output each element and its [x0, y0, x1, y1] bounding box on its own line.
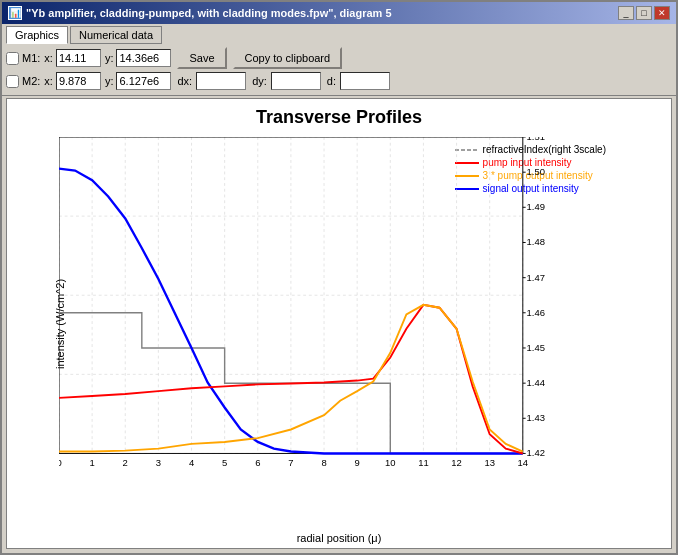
m1-y-input[interactable] [116, 49, 171, 67]
m2-y-input[interactable] [116, 72, 171, 90]
m1-x-label: x: [44, 52, 53, 64]
svg-text:1.50: 1.50 [527, 166, 545, 177]
dy-input[interactable] [271, 72, 321, 90]
svg-text:2: 2 [123, 457, 128, 468]
tab-numerical-data[interactable]: Numerical data [70, 26, 162, 44]
title-bar-content: 📊 "Yb amplifier, cladding-pumped, with c… [8, 6, 392, 20]
svg-text:5: 5 [222, 457, 227, 468]
m2-x-label: x: [44, 75, 53, 87]
m2-checkbox-label[interactable]: M2: [6, 75, 40, 88]
svg-text:10: 10 [385, 457, 396, 468]
copy-clipboard-button[interactable]: Copy to clipboard [233, 47, 343, 69]
chart-title: Transverse Profiles [7, 99, 671, 132]
toolbar: Graphics Numerical data M1: x: y: [2, 24, 676, 96]
m1-row: M1: x: y: [6, 49, 171, 67]
dx-group: dx: [177, 72, 246, 90]
main-window: 📊 "Yb amplifier, cladding-pumped, with c… [0, 0, 678, 555]
dx-label: dx: [177, 75, 192, 87]
svg-text:1.48: 1.48 [527, 236, 545, 247]
maximize-button[interactable]: □ [636, 6, 652, 20]
m2-x-input[interactable] [56, 72, 101, 90]
svg-text:1.47: 1.47 [527, 271, 545, 282]
title-bar: 📊 "Yb amplifier, cladding-pumped, with c… [2, 2, 676, 24]
controls-row: M1: x: y: Save Copy to clipboard [6, 47, 672, 69]
m2-checkbox[interactable] [6, 75, 19, 88]
svg-text:7: 7 [288, 457, 293, 468]
close-button[interactable]: ✕ [654, 6, 670, 20]
window-icon: 📊 [8, 6, 22, 20]
m1-y-label: y: [105, 52, 114, 64]
svg-text:1.44: 1.44 [527, 377, 546, 388]
minimize-button[interactable]: _ [618, 6, 634, 20]
dy-label: dy: [252, 75, 267, 87]
svg-text:1.49: 1.49 [527, 201, 545, 212]
svg-text:1.51: 1.51 [527, 137, 545, 142]
m2-y-label: y: [105, 75, 114, 87]
d-group: d: [327, 72, 390, 90]
m1-checkbox[interactable] [6, 52, 19, 65]
tab-row: Graphics Numerical data [6, 26, 672, 44]
svg-text:1.46: 1.46 [527, 307, 545, 318]
svg-text:12: 12 [451, 457, 462, 468]
m2-y-group: y: [105, 72, 172, 90]
m1-label: M1: [22, 52, 40, 64]
dx-input[interactable] [196, 72, 246, 90]
svg-text:9: 9 [355, 457, 360, 468]
svg-text:3: 3 [156, 457, 161, 468]
m1-x-input[interactable] [56, 49, 101, 67]
d-input[interactable] [340, 72, 390, 90]
x-axis-label: radial position (μ) [297, 532, 382, 544]
svg-text:11: 11 [418, 457, 429, 468]
m1-x-group: x: [44, 49, 101, 67]
controls-row-2: M2: x: y: dx: dy: d: [6, 72, 672, 90]
pump-output-line [59, 305, 523, 452]
m2-row: M2: x: y: [6, 72, 171, 90]
title-buttons: _ □ ✕ [618, 6, 670, 20]
chart-area: Transverse Profiles intensity (W/cm^2) r… [6, 98, 672, 549]
window-title: "Yb amplifier, cladding-pumped, with cla… [26, 7, 392, 19]
svg-text:8: 8 [321, 457, 326, 468]
svg-text:1.42: 1.42 [527, 447, 545, 458]
m1-y-group: y: [105, 49, 172, 67]
svg-text:0: 0 [59, 457, 62, 468]
save-button[interactable]: Save [177, 47, 226, 69]
svg-text:1: 1 [89, 457, 94, 468]
svg-text:1.45: 1.45 [527, 342, 545, 353]
tab-graphics[interactable]: Graphics [6, 26, 68, 44]
m1-checkbox-label[interactable]: M1: [6, 52, 40, 65]
svg-text:13: 13 [484, 457, 495, 468]
svg-text:4: 4 [189, 457, 195, 468]
d-label: d: [327, 75, 336, 87]
m2-label: M2: [22, 75, 40, 87]
dy-group: dy: [252, 72, 321, 90]
svg-text:1.43: 1.43 [527, 412, 545, 423]
svg-text:6: 6 [255, 457, 260, 468]
m2-x-group: x: [44, 72, 101, 90]
chart-svg: 0 5e6 10e6 15e6 20e6 1.42 1.43 1.44 1.45… [59, 137, 608, 511]
svg-text:14: 14 [518, 457, 529, 468]
